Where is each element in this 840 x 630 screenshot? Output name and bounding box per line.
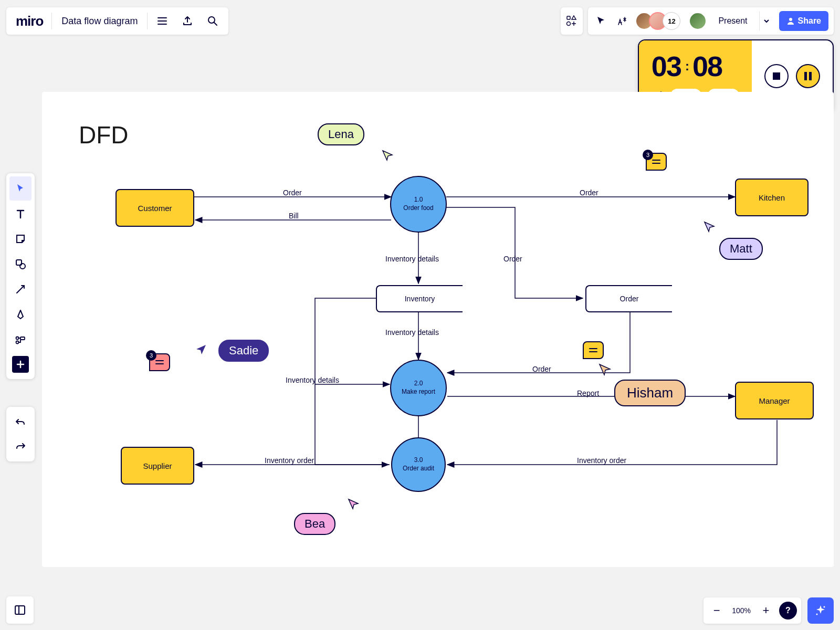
svg-rect-13 — [15, 606, 25, 614]
comment-bubble[interactable]: 3 — [646, 153, 667, 171]
undo-redo-toolbar — [6, 407, 35, 461]
comment-count-badge: 3 — [146, 350, 156, 361]
zoom-control: − 100% + ? — [704, 597, 801, 624]
text-tool[interactable] — [9, 202, 32, 226]
canvas[interactable]: DFD Customer Kitchen Ma — [42, 92, 834, 567]
process-num: 3.0 — [414, 456, 423, 465]
shape-tool[interactable] — [9, 252, 32, 276]
entity-customer[interactable]: Customer — [116, 189, 194, 227]
timer-colon: : — [685, 59, 688, 74]
datastore-inventory[interactable]: Inventory — [376, 285, 463, 312]
cursor-icon — [702, 220, 716, 234]
avatar-self[interactable] — [689, 12, 707, 30]
apps-button[interactable] — [561, 7, 583, 35]
flow-label: Inventory order — [262, 456, 316, 465]
present-dropdown-icon[interactable] — [759, 12, 774, 30]
svg-point-0 — [208, 17, 215, 23]
divider — [147, 13, 148, 29]
timer-pause-button[interactable] — [796, 64, 820, 88]
zoom-out-button[interactable]: − — [708, 602, 726, 620]
flow-label: Report — [575, 389, 601, 397]
cursor-icon — [346, 497, 360, 511]
flow-label: Order — [530, 365, 553, 373]
help-button[interactable]: ? — [779, 602, 797, 620]
svg-rect-5 — [773, 72, 780, 80]
topbar-right-group: 12 Present Share — [561, 7, 834, 35]
svg-rect-12 — [20, 337, 25, 340]
cursor-icon — [597, 362, 612, 377]
flow-label: Order — [281, 188, 304, 197]
export-icon[interactable] — [177, 10, 198, 32]
zoom-in-button[interactable]: + — [757, 602, 775, 620]
cursor-icon — [194, 343, 208, 356]
flow-label: Inventory details — [383, 255, 441, 263]
flow-label: Bill — [287, 212, 301, 220]
svg-point-4 — [789, 18, 792, 21]
presence-tag-matt: Matt — [719, 238, 763, 260]
timer-seconds: 08 — [692, 50, 722, 82]
comment-count-badge: 3 — [643, 150, 653, 160]
present-button[interactable]: Present — [712, 12, 753, 30]
avatar-overflow-count[interactable]: 12 — [663, 12, 680, 30]
svg-point-14 — [824, 606, 825, 608]
flow-label: Inventory details — [383, 328, 441, 337]
entity-supplier[interactable]: Supplier — [121, 447, 194, 485]
pen-tool[interactable] — [9, 302, 32, 327]
process-num: 2.0 — [414, 380, 423, 388]
comment-bubble[interactable] — [583, 341, 604, 359]
timer-minutes: 03 — [652, 50, 681, 82]
presence-tag-sadie: Sadie — [218, 340, 269, 362]
select-tool[interactable] — [9, 176, 32, 201]
add-more-tool[interactable] — [12, 356, 29, 373]
datastore-order[interactable]: Order — [585, 285, 672, 312]
process-order-audit[interactable]: 3.0 Order audit — [391, 437, 446, 492]
flow-label: Inventory order — [575, 456, 628, 465]
reactions-icon[interactable] — [614, 10, 630, 32]
svg-marker-2 — [572, 16, 576, 19]
frame-tool[interactable] — [9, 328, 32, 352]
top-bar: miro Data flow diagram 12 — [6, 6, 834, 36]
board-title[interactable]: Data flow diagram — [56, 16, 143, 27]
comment-bubble[interactable]: 3 — [149, 353, 170, 371]
process-num: 1.0 — [414, 196, 423, 204]
undo-button[interactable] — [9, 410, 32, 434]
avatar-stack[interactable]: 12 — [635, 12, 680, 30]
process-order-food[interactable]: 1.0 Order food — [390, 176, 447, 233]
connector-tool[interactable] — [9, 277, 32, 301]
search-icon[interactable] — [202, 10, 223, 32]
bottom-right-controls: − 100% + ? — [704, 597, 834, 624]
flow-label: Inventory details — [284, 376, 341, 384]
process-make-report[interactable]: 2.0 Make report — [390, 360, 447, 416]
presence-tag-lena: Lena — [318, 123, 364, 145]
zoom-value[interactable]: 100% — [730, 606, 753, 615]
diagram-title[interactable]: DFD — [79, 121, 129, 149]
svg-rect-1 — [567, 16, 570, 19]
svg-point-9 — [20, 264, 25, 269]
entity-manager[interactable]: Manager — [735, 382, 814, 419]
process-label: Order audit — [403, 465, 434, 473]
cursor-tool-icon[interactable] — [593, 10, 609, 32]
svg-point-15 — [816, 614, 818, 615]
presence-tag-hisham: Hisham — [614, 380, 686, 406]
menu-icon[interactable] — [152, 10, 173, 32]
presence-tag-bea: Bea — [294, 513, 335, 535]
collab-controls: 12 Present Share — [588, 7, 834, 35]
svg-point-10 — [16, 337, 19, 340]
divider — [51, 13, 52, 29]
svg-rect-7 — [809, 72, 812, 80]
entity-kitchen[interactable]: Kitchen — [735, 178, 808, 216]
svg-point-11 — [16, 341, 19, 344]
flow-label: Order — [578, 188, 601, 197]
left-toolbar — [6, 173, 35, 379]
process-label: Make report — [402, 388, 435, 396]
flow-label: Order — [501, 255, 524, 263]
frames-panel-button[interactable] — [6, 596, 34, 624]
svg-rect-6 — [804, 72, 807, 80]
cursor-icon — [381, 149, 394, 162]
redo-button[interactable] — [9, 434, 32, 458]
share-button[interactable]: Share — [779, 11, 828, 31]
miro-logo[interactable]: miro — [12, 13, 47, 29]
ai-assist-button[interactable] — [807, 597, 834, 624]
sticky-note-tool[interactable] — [9, 227, 32, 251]
timer-stop-button[interactable] — [764, 64, 789, 88]
